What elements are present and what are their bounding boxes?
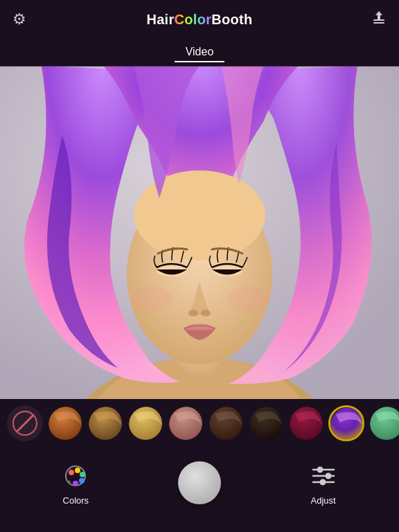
svg-point-27	[80, 472, 85, 477]
svg-point-12	[130, 286, 172, 311]
swatch-mint[interactable]	[369, 405, 399, 441]
adjust-icon-wrap	[308, 461, 339, 491]
swatch-rose[interactable]	[168, 405, 204, 441]
tab-video[interactable]: Video	[175, 43, 225, 62]
svg-point-34	[325, 472, 331, 479]
swatch-brown[interactable]	[87, 405, 123, 441]
capture-button[interactable]	[178, 461, 221, 504]
bottom-toolbar: Colors Adjust	[0, 447, 399, 518]
colors-label: Colors	[63, 495, 89, 506]
svg-point-29	[73, 481, 78, 486]
swatch-purple-yellow[interactable]	[328, 405, 364, 441]
swatch-dark-brown[interactable]	[208, 405, 244, 441]
adjust-icon	[310, 463, 337, 489]
svg-point-10	[188, 310, 198, 317]
svg-point-26	[75, 468, 80, 473]
colors-button[interactable]: Colors	[44, 461, 107, 506]
swatch-blonde[interactable]	[127, 405, 163, 441]
title-booth: Booth	[211, 12, 252, 27]
swatch-none[interactable]	[7, 405, 43, 441]
svg-point-36	[319, 479, 326, 485]
svg-point-7	[134, 170, 265, 260]
adjust-button[interactable]: Adjust	[292, 461, 355, 506]
palette-icon	[62, 463, 89, 489]
adjust-label: Adjust	[311, 495, 336, 506]
title-hair: Hair	[146, 12, 174, 27]
svg-point-28	[79, 478, 85, 484]
svg-point-25	[69, 470, 74, 475]
svg-point-32	[317, 466, 323, 472]
svg-rect-1	[373, 22, 384, 24]
image-area	[0, 66, 399, 399]
title-color: Color	[175, 12, 212, 27]
tab-bar: Video	[0, 39, 399, 66]
settings-icon[interactable]: ⚙	[12, 10, 26, 28]
svg-point-30	[72, 476, 76, 480]
swatch-black[interactable]	[248, 405, 284, 441]
app-header: ⚙ HairColorBooth	[0, 0, 399, 39]
palette-icon-wrap	[60, 461, 91, 491]
swatch-auburn[interactable]	[47, 405, 83, 441]
capture-button-container	[168, 461, 231, 504]
share-icon[interactable]	[371, 10, 387, 29]
app-title: HairColorBooth	[146, 12, 252, 28]
swatches-bar	[0, 399, 399, 447]
svg-point-13	[227, 286, 269, 311]
swatch-burgundy[interactable]	[288, 405, 324, 441]
svg-rect-0	[373, 19, 384, 21]
svg-point-11	[201, 310, 211, 317]
